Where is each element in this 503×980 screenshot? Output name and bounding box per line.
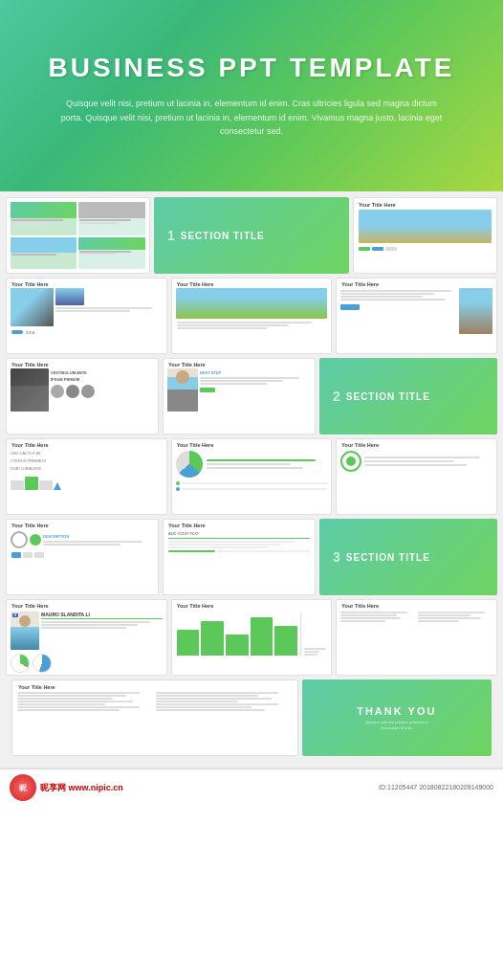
nipic-url[interactable]: 昵享网 www.nipic.cn: [40, 782, 123, 794]
slide-landscape-img: [359, 210, 492, 243]
slide-title-r1: Your Title Here: [354, 198, 496, 210]
section-number-1: 1: [167, 228, 175, 243]
slides-row-6: Your Title Here M MAURO SLANDITA LI: [6, 599, 497, 676]
donut-chart-small: [11, 654, 30, 673]
slide-title-tb: Your Title Here: [7, 439, 166, 449]
slide-lines[interactable]: Your Title Here ADD YOUR TEXT: [163, 519, 316, 595]
business-image: [459, 288, 492, 334]
slide-car[interactable]: Your Title Here IDEA: [6, 278, 167, 354]
circle-icon: [340, 451, 361, 472]
person-image: [167, 368, 198, 412]
slide-title-bars: Your Title Here: [172, 600, 332, 610]
slide-grass[interactable]: Your Title Here: [171, 278, 333, 354]
thankyou-subtitle: Quisque velit nisi pretium ut lacinia in…: [359, 720, 435, 730]
slide-profile[interactable]: Your Title Here M MAURO SLANDITA LI: [6, 599, 167, 676]
slide-person[interactable]: Your Title Here NEXT STEP: [163, 358, 316, 434]
slide-team[interactable]: Your Title Here VESTIBULUM ANTE IPSUM PR…: [6, 358, 159, 434]
nipic-id: ID:11205447 20180822180209149000: [379, 783, 493, 793]
thankyou-title: THANK YOU: [357, 705, 436, 717]
slide-title-it: Your Title Here: [337, 439, 496, 449]
section-number-2: 2: [333, 389, 340, 404]
section-title-3: SECTION TITLE: [346, 552, 430, 563]
slide-chart-pie[interactable]: Your Title Here: [171, 438, 333, 515]
slide-title-car: Your Title Here: [7, 278, 166, 288]
hero-subtitle: Quisque velit nisi, pretium ut lacinia i…: [60, 97, 443, 138]
slides-row-5: Your Title Here DESCRIPTION Your Title H…: [6, 519, 497, 595]
slide-circles[interactable]: Your Title Here DESCRIPTION: [6, 519, 159, 595]
slide-title-team: Your Title Here: [7, 359, 158, 368]
section-line-3: 3 SECTION TITLE: [333, 549, 430, 565]
slide-title-lines: Your Title Here: [164, 520, 315, 529]
slide-title-tc: Your Title Here: [337, 600, 496, 610]
slide-thankyou[interactable]: THANK YOU Quisque velit nisi pretium ut …: [302, 679, 492, 756]
slide-bars[interactable]: Your Title Here: [171, 599, 333, 676]
bottom-section: Your Title Here: [6, 679, 497, 762]
slide-textcols[interactable]: Your Title Here: [336, 599, 497, 676]
circle-2: [30, 534, 41, 546]
slide-section-1[interactable]: 1 SECTION TITLE: [154, 197, 349, 274]
slide-textboxes[interactable]: Your Title Here UBU CACTLIT AT UTERUS PR…: [6, 438, 167, 515]
slide-large-bottom[interactable]: Your Title Here: [11, 679, 298, 756]
grass-image: [176, 288, 328, 319]
slide-photo-1[interactable]: Your Title Here: [353, 197, 497, 274]
slide-section-2[interactable]: 2 SECTION TITLE: [319, 358, 497, 434]
section-title-1: SECTION TITLE: [181, 231, 265, 241]
slide-section-3[interactable]: 3 SECTION TITLE: [319, 519, 497, 595]
watermark-footer: 昵 昵享网 www.nipic.cn ID:11205447 201808221…: [0, 768, 503, 806]
slides-row-1: 1 SECTION TITLE Your Title Here: [6, 197, 497, 274]
slides-row-3: Your Title Here VESTIBULUM ANTE IPSUM PR…: [6, 358, 497, 434]
section-line-2: 2 SECTION TITLE: [333, 389, 430, 404]
slide-icon-text[interactable]: Your Title Here: [336, 438, 497, 515]
car-image: [11, 288, 54, 326]
section-title-2: SECTION TITLE: [346, 391, 430, 402]
slides-row-4: Your Title Here UBU CACTLIT AT UTERUS PR…: [6, 438, 497, 515]
slide-title-cp: Your Title Here: [172, 439, 332, 449]
donut-chart-small-2: [33, 654, 52, 673]
slide-title-large: Your Title Here: [12, 680, 297, 692]
pie-chart: [176, 451, 203, 478]
circle-1: [11, 531, 28, 548]
slide-title-profile: Your Title Here: [7, 600, 166, 610]
section-line-1: 1 SECTION TITLE: [167, 228, 265, 243]
slide-thumbnail-overview[interactable]: [6, 197, 150, 274]
hero-title: BUSINESS PPT TEMPLATE: [49, 53, 455, 83]
slides-row-2: Your Title Here IDEA Your Title Here: [6, 278, 497, 354]
slide-business-1[interactable]: Your Title Here: [336, 278, 497, 354]
slide-title-person: Your Title Here: [164, 359, 315, 368]
section-number-3: 3: [333, 549, 340, 565]
slide-title-circ: Your Title Here: [7, 520, 158, 529]
slide-title-biz1: Your Title Here: [337, 278, 496, 288]
hero-section: BUSINESS PPT TEMPLATE Quisque velit nisi…: [0, 0, 503, 191]
nipic-logo: 昵 昵享网 www.nipic.cn: [10, 774, 123, 801]
slides-container: 1 SECTION TITLE Your Title Here Your Tit…: [0, 191, 503, 768]
nipic-icon: 昵: [10, 774, 36, 801]
slide-title-grass: Your Title Here: [172, 278, 332, 288]
